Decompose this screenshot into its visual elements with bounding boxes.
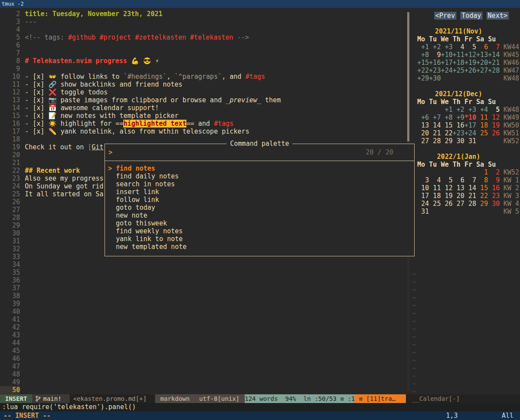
editor-line[interactable]: 10- [x] 👐 follow links to `#headings`, `… [0, 73, 405, 81]
editor-line[interactable]: 14- [x] 📅 awesome calendar support! [0, 104, 405, 112]
editor-line[interactable]: 37 [0, 284, 405, 292]
editor-line[interactable]: 38 [0, 292, 405, 300]
calendar-day[interactable]: 4 [452, 43, 464, 51]
editor-line[interactable]: 48 [0, 370, 405, 378]
calendar-day[interactable]: +29 [417, 74, 429, 82]
calendar-day[interactable]: +9 [452, 114, 464, 121]
calendar-day[interactable]: 26 [488, 129, 500, 137]
calendar-day[interactable]: +23 [429, 67, 441, 74]
calendar-day[interactable]: +3 [464, 106, 476, 114]
calendar-day[interactable]: +1 [441, 106, 452, 114]
calendar-day[interactable]: 5 [464, 43, 476, 51]
calendar-day[interactable]: +13 [476, 51, 488, 59]
calendar-day[interactable]: +23 [452, 129, 464, 137]
editor-line[interactable]: 13- [x] 📷 paste images from clipboard or… [0, 96, 405, 104]
calendar-day[interactable]: 16 [488, 184, 500, 192]
calendar-day[interactable]: +4 [476, 106, 488, 114]
editor-line[interactable]: 5<!-- tags: #github #project #zettelkast… [0, 34, 405, 41]
calendar-day[interactable]: 27 [452, 200, 464, 208]
calendar-day[interactable]: 28 [429, 137, 441, 145]
calendar-day[interactable]: 1 [476, 168, 488, 176]
editor-line[interactable]: 36 [0, 276, 405, 284]
calendar-day[interactable]: +24 [441, 67, 452, 74]
editor-line[interactable]: 3--- [0, 18, 405, 26]
calendar-day[interactable]: 7 [464, 176, 476, 184]
calendar-day[interactable]: +10 [441, 51, 452, 59]
calendar-day[interactable]: +12 [464, 51, 476, 59]
scrollbar-thumb[interactable] [407, 12, 409, 141]
calendar-day[interactable]: 19 [488, 121, 500, 129]
calendar-day[interactable]: +17 [441, 59, 452, 67]
calendar-day[interactable]: 31 [417, 208, 429, 215]
calendar-day[interactable]: +25 [452, 67, 464, 74]
calendar-day[interactable]: 31 [464, 137, 476, 145]
editor-line[interactable]: 43 [0, 331, 405, 339]
calendar-prev-button[interactable]: <Prev [434, 12, 456, 20]
palette-item[interactable]: find weekly notes [105, 227, 414, 235]
calendar-day[interactable]: +16 [429, 59, 441, 67]
editor-line[interactable]: 47 [0, 363, 405, 370]
calendar-day[interactable]: 27 [417, 137, 429, 145]
calendar-day[interactable]: +6 [417, 114, 429, 121]
calendar-day[interactable]: +2 [452, 106, 464, 114]
editor-line[interactable]: 46 [0, 355, 405, 363]
calendar-day[interactable]: +1 [417, 43, 429, 51]
editor-line[interactable]: 9 [0, 65, 405, 73]
calendar-day[interactable]: 3 [417, 176, 429, 184]
calendar-day[interactable]: 18 [429, 192, 441, 200]
calendar-day[interactable]: +30 [429, 74, 441, 82]
calendar-day[interactable]: +8 [441, 114, 452, 121]
calendar-day[interactable]: 26 [441, 200, 452, 208]
palette-item[interactable]: find daily notes [105, 172, 414, 180]
editor-line[interactable]: 41 [0, 316, 405, 323]
calendar-day[interactable]: 13 [417, 121, 429, 129]
calendar-day[interactable]: +2 [429, 43, 441, 51]
calendar-day[interactable]: +20 [476, 59, 488, 67]
calendar-day[interactable]: +14 [488, 51, 500, 59]
calendar-day[interactable]: 15 [476, 184, 488, 192]
calendar-day[interactable]: 12 [488, 114, 500, 121]
calendar-day[interactable]: 20 [452, 192, 464, 200]
editor-line[interactable]: 15- [x] 📝 new notes with template picker [0, 112, 405, 120]
calendar-day[interactable]: 7 [488, 43, 500, 51]
calendar-day[interactable]: +21 [488, 59, 500, 67]
calendar-day[interactable]: 9 [429, 51, 441, 59]
calendar-day[interactable]: +22 [417, 67, 429, 74]
editor-line[interactable]: 17- [x] ✏️ yank notelink, also from wthi… [0, 128, 405, 135]
calendar-day[interactable]: 25 [476, 129, 488, 137]
git-branch-segment[interactable]: main! [32, 394, 70, 403]
calendar-day[interactable]: 19 [441, 192, 452, 200]
editor-line[interactable]: 16- [x] ☀️ highlight for ==highlighted t… [0, 120, 405, 128]
palette-item[interactable]: follow link [105, 196, 414, 204]
calendar-day[interactable]: +3 [441, 43, 452, 51]
calendar-day[interactable]: +17 [464, 121, 476, 129]
editor-line[interactable]: 49 [0, 378, 405, 386]
calendar-day[interactable]: 21 [464, 192, 476, 200]
calendar-day[interactable]: 9 [488, 176, 500, 184]
palette-item[interactable]: search in notes [105, 180, 414, 188]
calendar-day[interactable]: 17 [417, 192, 429, 200]
calendar-day[interactable]: 6 [452, 176, 464, 184]
calendar-day[interactable]: 22 [476, 192, 488, 200]
calendar-day[interactable]: 25 [429, 200, 441, 208]
editor-line[interactable]: 6 [0, 41, 405, 49]
calendar-day[interactable]: +26 [464, 67, 476, 74]
calendar-day[interactable]: 23 [488, 192, 500, 200]
calendar-day[interactable]: 20 [417, 129, 429, 137]
calendar-day[interactable]: 2 [488, 168, 500, 176]
palette-item[interactable]: new note [105, 212, 414, 219]
buffer-segment[interactable]: ≡ [11]tra… [355, 394, 406, 403]
calendar-day[interactable]: +19 [464, 59, 476, 67]
editor-line[interactable]: 44 [0, 339, 405, 347]
calendar-day[interactable]: +7 [429, 114, 441, 121]
calendar-day[interactable]: 5 [441, 176, 452, 184]
calendar-day[interactable]: +28 [488, 67, 500, 74]
editor-line[interactable]: 39 [0, 300, 405, 308]
calendar-day[interactable]: 29 [441, 137, 452, 145]
editor-line[interactable]: 11- [x] 🔗 show backlinks and friend note… [0, 81, 405, 88]
calendar-day[interactable]: 14 [429, 121, 441, 129]
calendar-day[interactable]: 4 [429, 176, 441, 184]
calendar-day[interactable]: 12 [441, 184, 452, 192]
calendar-day[interactable]: 14 [464, 184, 476, 192]
editor-line[interactable]: 8# Telekasten.nvim progress 💪 😎 ⚡ [0, 57, 405, 65]
